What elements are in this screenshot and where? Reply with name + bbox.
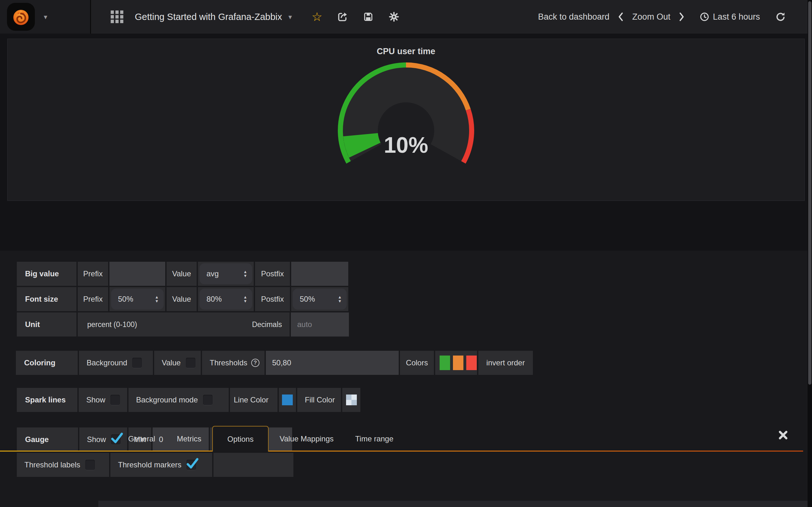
scrollbar-thumb[interactable] — [808, 1, 811, 385]
line-color-swatch[interactable] — [282, 395, 293, 405]
threshold-labels-checkbox[interactable] — [85, 460, 95, 470]
value-stat-cell: avg ▴▾ — [198, 262, 254, 286]
gauge-value: 10% — [384, 133, 428, 158]
tab-value-mappings[interactable]: Value Mappings — [269, 426, 344, 452]
tab-options[interactable]: Options — [212, 426, 269, 452]
value-label: Value — [166, 287, 197, 311]
fill-color-swatch[interactable] — [346, 395, 357, 405]
refresh-button[interactable] — [775, 11, 786, 22]
coloring-label: Coloring — [16, 351, 78, 375]
star-dashboard-button[interactable]: ☆ — [311, 11, 322, 23]
prefix-size-selected: 50% — [118, 295, 133, 303]
prefix-label: Prefix — [78, 262, 108, 286]
invert-order-button[interactable]: invert order — [478, 351, 533, 375]
dashboard-title: Getting Started with Grafana-Zabbix — [135, 12, 282, 22]
sparklines-row: Spark lines Show Background mode Line Co… — [17, 388, 812, 412]
unit-cell: percent (0-100) Decimals — [78, 313, 290, 337]
threshold-color-swatch-orange[interactable] — [453, 355, 463, 370]
share-dashboard-button[interactable] — [337, 11, 348, 22]
singlestat-panel: CPU user time 10% — [7, 39, 805, 201]
tab-general[interactable]: General — [117, 426, 166, 452]
value-label: Value — [166, 262, 197, 286]
background-coloring-cell: Background — [79, 351, 153, 375]
threshold-color-swatch-green[interactable] — [440, 355, 450, 370]
background-mode-cell: Background mode — [129, 388, 229, 412]
dashboard-actions: ☆ — [311, 11, 400, 23]
dashboard-title-menu[interactable]: Getting Started with Grafana-Zabbix ▾ — [91, 10, 292, 23]
decimals-input[interactable] — [291, 313, 349, 337]
big-value-postfix-input[interactable] — [291, 262, 348, 286]
postfix-size-select[interactable]: 50% ▴▾ — [293, 289, 347, 309]
value-coloring-label: Value — [162, 358, 181, 367]
unit-row: Unit percent (0-100) Decimals — [17, 313, 812, 337]
tab-metrics[interactable]: Metrics — [166, 426, 212, 452]
prefix-size-select[interactable]: 50% ▴▾ — [111, 289, 164, 309]
big-value-prefix-input[interactable] — [109, 262, 165, 286]
time-range-label: Last 6 hours — [713, 12, 760, 22]
time-shift-right-button[interactable] — [678, 12, 685, 22]
chevron-down-icon: ▾ — [288, 13, 292, 21]
value-size-cell: 80% ▴▾ — [198, 287, 254, 311]
settings-button[interactable] — [388, 11, 400, 22]
prefix-size-cell: 50% ▴▾ — [109, 287, 165, 311]
fill-color-cell — [342, 388, 360, 412]
clock-icon — [699, 12, 710, 22]
refresh-icon — [775, 11, 786, 22]
gauge-svg: 10% — [333, 60, 479, 170]
sparklines-show-checkbox[interactable] — [110, 395, 120, 405]
editor-tabs: General Metrics Options Value Mappings T… — [117, 426, 404, 452]
threshold-labels-label: Threshold labels — [24, 460, 80, 469]
line-color-cell — [279, 388, 296, 412]
show-label: Show — [87, 435, 106, 444]
chevron-down-icon[interactable]: ▾ — [44, 13, 47, 21]
threshold-color-swatch-red[interactable] — [466, 355, 477, 370]
postfix-label: Postfix — [255, 262, 290, 286]
sparklines-show-cell: Show — [79, 388, 127, 412]
back-to-dashboard-button[interactable]: Back to dashboard — [538, 12, 609, 22]
grafana-flame-icon — [9, 5, 32, 28]
background-mode-label: Background mode — [136, 395, 198, 404]
time-shift-left-button[interactable] — [618, 12, 624, 22]
value-coloring-checkbox[interactable] — [186, 358, 195, 368]
save-dashboard-button[interactable] — [363, 11, 374, 22]
value-size-select[interactable]: 80% ▴▾ — [200, 289, 252, 309]
panel-title[interactable]: CPU user time — [377, 47, 436, 56]
postfix-label: Postfix — [255, 287, 290, 311]
sparklines-label: Spark lines — [17, 388, 78, 412]
background-mode-checkbox[interactable] — [203, 395, 212, 405]
value-stat-select[interactable]: avg ▴▾ — [200, 263, 252, 284]
zoom-out-button[interactable]: Zoom Out — [632, 12, 670, 22]
close-icon — [778, 430, 788, 440]
coloring-row: Coloring Background Value Thresholds ? C… — [16, 351, 812, 375]
select-spinner-icon: ▴▾ — [244, 270, 247, 278]
background-checkbox[interactable] — [132, 358, 142, 368]
tab-time-range[interactable]: Time range — [345, 426, 404, 452]
threshold-markers-checkbox[interactable] — [187, 460, 196, 470]
threshold-markers-label: Threshold markers — [118, 460, 182, 469]
thresholds-cell: Thresholds ? — [202, 351, 264, 375]
threshold-options-row: Threshold labels Threshold markers — [17, 453, 812, 477]
page-scrollbar — [808, 0, 812, 507]
gauge-label: Gauge — [17, 428, 78, 452]
unit-label: Unit — [17, 313, 77, 337]
prefix-label: Prefix — [78, 287, 108, 311]
time-range-picker[interactable]: Last 6 hours — [699, 12, 760, 22]
dashboard-grid-icon — [110, 10, 124, 23]
fill-color-label: Fill Color — [297, 388, 341, 412]
thresholds-input[interactable] — [266, 351, 399, 375]
line-color-label: Line Color — [230, 388, 277, 412]
gear-icon — [388, 11, 400, 22]
value-size-selected: 80% — [206, 295, 222, 303]
help-icon[interactable]: ? — [251, 359, 259, 367]
unit-select-link[interactable]: percent (0-100) — [87, 320, 137, 329]
grafana-logo[interactable] — [7, 3, 35, 31]
close-editor-button[interactable] — [778, 430, 788, 440]
navbar-right-controls: Back to dashboard Zoom Out Last 6 hours — [538, 11, 812, 22]
threshold-markers-cell: Threshold markers — [110, 453, 212, 477]
thresholds-label: Thresholds — [210, 358, 247, 367]
panel-editor-header: Singlestat General Metrics Options Value… — [0, 201, 812, 250]
chevron-left-icon — [618, 12, 624, 22]
share-icon — [337, 11, 348, 22]
chevron-right-icon — [678, 12, 685, 22]
gauge-chart: 10% — [333, 60, 479, 171]
